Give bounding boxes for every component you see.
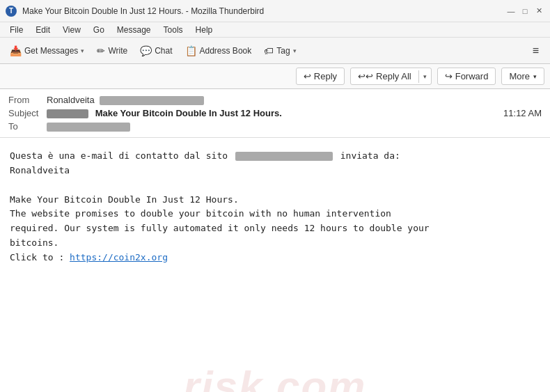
window-title: Make Your Bitcoin Double In Just 12 Hour… [22, 6, 500, 16]
subject-prefix-blurred [47, 109, 88, 118]
get-messages-button[interactable]: 📥 Get Messages ▾ [4, 42, 90, 59]
menu-message[interactable]: Message [111, 24, 157, 36]
address-book-icon: 📋 [185, 45, 197, 56]
forward-label: Forward [455, 71, 489, 81]
from-value: Ronaldveita [47, 95, 542, 105]
menu-view[interactable]: View [57, 24, 86, 36]
from-row: From Ronaldveita [8, 93, 542, 107]
reply-all-button-group: ↩↩ Reply All ▾ [350, 68, 432, 85]
body-paragraph-7: Click to : https://coin2x.org [10, 251, 540, 265]
write-button[interactable]: ✏ Write [91, 42, 133, 59]
body-line1a: Questa è una e-mail di contatto dal sito [10, 150, 228, 161]
reply-all-icon: ↩↩ [358, 71, 373, 81]
tag-button[interactable]: 🏷 Tag ▾ [258, 42, 301, 59]
forward-button-group: ↪ Forward [437, 68, 496, 85]
more-button[interactable]: More ▾ [501, 68, 544, 85]
body-paragraph-4: The website promises to double your bitc… [10, 207, 540, 221]
more-dropdown-icon: ▾ [533, 73, 537, 80]
body-line7: bitcoins. [10, 237, 58, 248]
body-line4: Make Your Bitcoin Double In Just 12 Hour… [10, 194, 239, 205]
from-label: From [8, 95, 47, 105]
reply-all-dropdown-arrow[interactable]: ▾ [418, 70, 431, 83]
to-row: To [8, 120, 542, 133]
body-click-label: Click to : [10, 252, 70, 262]
close-button[interactable]: ✕ [533, 6, 544, 17]
address-book-label: Address Book [200, 46, 252, 56]
get-messages-label: Get Messages [24, 46, 78, 56]
menu-edit[interactable]: Edit [30, 24, 56, 36]
main-toolbar: 📥 Get Messages ▾ ✏ Write 💬 Chat 📋 Addres… [0, 38, 550, 64]
reply-button-group: ↩ Reply [296, 68, 345, 85]
window-controls: — □ ✕ [505, 6, 544, 17]
get-messages-dropdown-icon[interactable]: ▾ [81, 47, 84, 54]
body-link[interactable]: https://coin2x.org [70, 252, 168, 262]
tag-label: Tag [276, 46, 290, 56]
body-paragraph-2: Ronaldveita [10, 164, 540, 178]
chat-label: Chat [155, 46, 172, 56]
menu-tools[interactable]: Tools [158, 24, 189, 36]
body-paragraph-1: Questa è una e-mail di contatto dal sito… [10, 149, 540, 164]
menu-file[interactable]: File [4, 24, 29, 36]
menu-help[interactable]: Help [190, 24, 219, 36]
body-paragraph-3: Make Your Bitcoin Double In Just 12 Hour… [10, 193, 540, 207]
body-line5: The website promises to double your bitc… [10, 208, 391, 219]
subject-value: Make Your Bitcoin Double In Just 12 Hour… [47, 108, 503, 118]
body-line2: Ronaldveita [10, 165, 70, 175]
get-messages-icon: 📥 [10, 45, 22, 56]
app-icon: T [6, 6, 17, 17]
reply-icon: ↩ [304, 71, 311, 81]
tag-dropdown-icon[interactable]: ▾ [293, 47, 297, 54]
body-line6: required. Our system is fully automated … [10, 223, 430, 233]
to-label: To [8, 121, 47, 132]
address-book-button[interactable]: 📋 Address Book [180, 42, 258, 59]
hamburger-menu-button[interactable]: ≡ [526, 42, 546, 60]
body-line1b: inviata da: [340, 150, 400, 161]
body-paragraph-5: required. Our system is fully automated … [10, 221, 540, 236]
from-email-blurred [100, 96, 204, 105]
body-site-blurred [235, 152, 333, 161]
email-header: From Ronaldveita Subject Make Your Bitco… [0, 89, 550, 138]
reply-label: Reply [314, 71, 337, 81]
write-icon: ✏ [97, 45, 105, 56]
watermark: risk.com [184, 353, 367, 392]
reply-button[interactable]: ↩ Reply [297, 68, 344, 84]
to-email-blurred [47, 123, 130, 132]
email-body: Questa è una e-mail di contatto dal sito… [0, 138, 550, 392]
forward-icon: ↪ [445, 71, 453, 81]
minimize-button[interactable]: — [505, 6, 517, 17]
tag-icon: 🏷 [264, 45, 274, 56]
write-label: Write [108, 46, 127, 56]
subject-row: Subject Make Your Bitcoin Double In Just… [8, 107, 542, 120]
forward-button[interactable]: ↪ Forward [438, 68, 496, 84]
reply-all-label: Reply All [376, 71, 411, 81]
more-label: More [509, 71, 530, 81]
titlebar: T Make Your Bitcoin Double In Just 12 Ho… [0, 0, 550, 22]
email-body-area: Questa è una e-mail di contatto dal sito… [0, 138, 550, 392]
menu-go[interactable]: Go [88, 24, 110, 36]
chat-button[interactable]: 💬 Chat [134, 42, 178, 59]
email-time: 11:12 AM [503, 108, 542, 118]
reply-all-button[interactable]: ↩↩ Reply All [351, 68, 418, 84]
subject-text: Make Your Bitcoin Double In Just 12 Hour… [95, 108, 282, 118]
menubar: File Edit View Go Message Tools Help [0, 22, 550, 38]
body-paragraph-6: bitcoins. [10, 236, 540, 251]
maximize-button[interactable]: □ [519, 6, 531, 17]
from-name: Ronaldveita [47, 95, 95, 105]
chat-icon: 💬 [140, 45, 152, 56]
subject-label: Subject [8, 108, 47, 118]
action-toolbar: ↩ Reply ↩↩ Reply All ▾ ↪ Forward More ▾ [0, 64, 550, 89]
